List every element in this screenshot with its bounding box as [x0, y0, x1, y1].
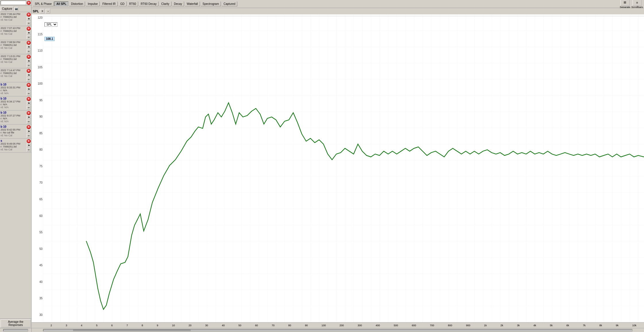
flag-icon[interactable]: ⚑ — [27, 129, 31, 133]
chart-header: SPL + - — [32, 8, 644, 14]
tab-spl-phase[interactable]: SPL & Phase — [33, 1, 54, 6]
flag-icon[interactable]: ⚑ — [27, 73, 31, 77]
flag-icon[interactable]: ⚑ — [27, 59, 31, 63]
pencil-icon[interactable]: ✏ — [27, 120, 31, 124]
pencil-icon[interactable]: ✏ — [27, 92, 31, 96]
tab-distortion[interactable]: Distortion — [69, 1, 85, 6]
chart-inner: 120 115 110 105 100 95 90 85 80 75 70 65… — [32, 14, 644, 332]
tab-waterfall[interactable]: Waterfall — [185, 1, 200, 6]
list-item: s 2022 8:49:05 PM r: 7068251.bd rd: No C… — [0, 139, 31, 153]
close-item-button[interactable] — [27, 27, 31, 31]
tab-clarity[interactable]: Clarity — [159, 1, 171, 6]
close-item-button[interactable] — [27, 97, 31, 101]
pencil-icon[interactable]: ✏ — [27, 21, 31, 25]
list-item: b 10 2022 8:37:27 PM r: N/A rd: N/A ⚑ ✏ — [0, 110, 31, 125]
scrollbars-button[interactable]: ≡ — [633, 0, 642, 6]
average-responses-button[interactable]: Average the Responses — [1, 319, 31, 327]
pencil-icon[interactable]: ✏ — [27, 49, 31, 53]
flag-icon[interactable]: ⚑ — [27, 17, 31, 21]
tab-spectrogram[interactable]: Spectrogram — [200, 1, 221, 6]
pencil-icon[interactable]: ✏ — [27, 134, 31, 138]
tab-filtered-ir[interactable]: Filtered IR — [100, 1, 117, 6]
list-item: 2022 7:08:50 PM r: 7068251.bd rd: No Cal… — [0, 40, 31, 54]
flag-icon[interactable]: ⚑ — [27, 31, 31, 35]
flag-icon[interactable]: ⚑ — [27, 115, 31, 119]
zoom-in-button[interactable]: + — [40, 9, 45, 13]
close-item-button[interactable] — [27, 111, 31, 115]
pencil-icon[interactable]: ✏ — [27, 106, 31, 110]
close-item-button[interactable] — [27, 69, 31, 73]
pencil-icon[interactable]: ✏ — [27, 77, 31, 81]
list-item: 2022 7:14:47 PM r: 7068251.bd rd: No Cal… — [0, 68, 31, 82]
tab-decay[interactable]: Decay — [172, 1, 184, 6]
spl-label: SPL — [33, 9, 39, 13]
close-item-button[interactable] — [27, 83, 31, 87]
y-axis: 120 115 110 105 100 95 90 85 80 75 70 65… — [32, 14, 43, 322]
tab-rt60-decay[interactable]: RT60 Decay — [139, 1, 159, 6]
tab-all-spl[interactable]: All SPL — [54, 1, 68, 6]
close-item-button[interactable] — [27, 13, 31, 17]
list-item: 2022 7:06:44 PM r: 7068251.bd rd: No Cal… — [0, 12, 31, 26]
separate-button[interactable]: ⊞ — [620, 0, 630, 6]
close-item-button[interactable] — [27, 125, 31, 129]
h-scrollbar[interactable] — [32, 328, 644, 332]
right-panel: SPL & Phase All SPL Distortion Impulse F… — [32, 0, 644, 332]
sidebar: trap Capture 📷 2022 7:06:44 PM r: 706825… — [0, 0, 32, 332]
chart-container: SPL + - SPL 108.1 1 — [32, 8, 644, 332]
close-item-button[interactable] — [27, 41, 31, 45]
sidebar-top: trap — [0, 0, 31, 6]
flag-icon[interactable]: ⚑ — [27, 101, 31, 105]
list-item: 2022 7:13:01 PM r: 7068251.bd rd: No Cal… — [0, 54, 31, 68]
chart-svg — [43, 14, 644, 322]
svg-rect-4 — [43, 14, 644, 322]
chart-plot[interactable] — [43, 14, 644, 322]
value-badge: 108.1 — [45, 37, 55, 41]
flag-icon[interactable]: ⚑ — [27, 143, 31, 147]
close-item-button[interactable] — [27, 139, 31, 143]
list-item: b 10 2022 8:33:31 PM r: N/A rd: N/A ⚑ ✏ — [0, 82, 31, 96]
close-item-button[interactable] — [27, 55, 31, 59]
capture-icon[interactable]: 📷 — [14, 7, 18, 11]
list-item: b 10 2022 8:42:55 PM r: No cal file rd: … — [0, 125, 31, 139]
top-toolbar: SPL & Phase All SPL Distortion Impulse F… — [32, 0, 644, 8]
spl-select[interactable]: SPL — [45, 22, 57, 27]
tab-rt60[interactable]: RT60 — [127, 1, 138, 6]
tab-gd[interactable]: GD — [118, 1, 127, 6]
sidebar-list: 2022 7:06:44 PM r: 7068251.bd rd: No Cal… — [0, 12, 31, 319]
tab-impulse[interactable]: Impulse — [86, 1, 100, 6]
zoom-out-button[interactable]: - — [46, 9, 50, 13]
x-axis: 2 3 4 5 6 7 8 9 10 20 30 40 50 60 — [32, 322, 644, 328]
tab-captured[interactable]: Captured — [221, 1, 237, 6]
search-input[interactable]: trap — [1, 1, 26, 5]
list-item: b 10 2022 8:34:17 PM r: N/A rd: N/A ⚑ ✏ — [0, 96, 31, 110]
pencil-icon[interactable]: ✏ — [27, 63, 31, 67]
top-right-icons: ⊞ Separate ≡ Scrollbars — [620, 0, 643, 9]
main-container: trap Capture 📷 2022 7:06:44 PM r: 706825… — [0, 0, 644, 332]
pencil-icon[interactable]: ✏ — [27, 148, 31, 152]
capture-button[interactable]: Capture — [1, 6, 14, 11]
list-item: 2022 7:07:43 PM r: 7068251.bd rd: No Cal… — [0, 26, 31, 40]
clear-search-button[interactable] — [27, 1, 31, 5]
pencil-icon[interactable]: ✏ — [27, 35, 31, 39]
flag-icon[interactable]: ⚑ — [27, 45, 31, 49]
flag-icon[interactable]: ⚑ — [27, 87, 31, 91]
